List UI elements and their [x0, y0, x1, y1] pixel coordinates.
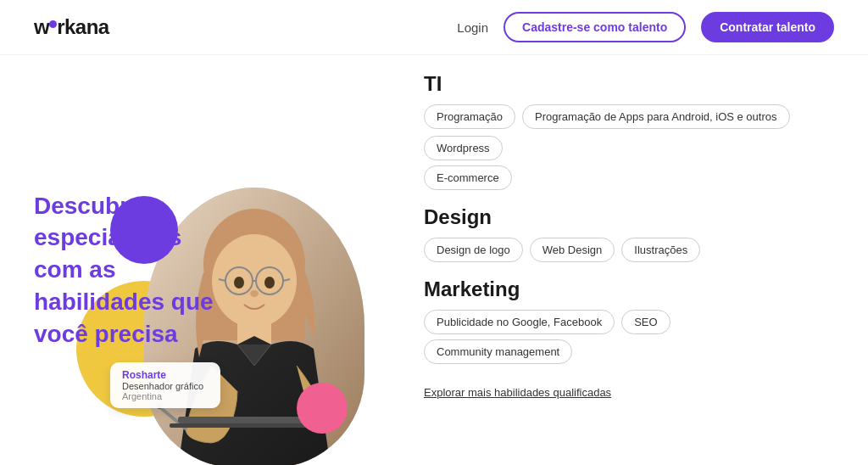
category-ti: TI Programação Programação de Apps para …: [424, 72, 834, 190]
tag-ilustracoes[interactable]: Ilustrações: [621, 238, 700, 262]
tag-publicidade[interactable]: Publicidade no Google, Facebook: [424, 310, 615, 334]
profile-name: Rosharte: [122, 369, 209, 381]
tag-apps[interactable]: Programação de Apps para Android, iOS e …: [522, 104, 789, 129]
profile-card: Rosharte Desenhador gráfico Argentina: [110, 362, 220, 408]
right-panel: TI Programação Programação de Apps para …: [424, 55, 834, 465]
main-content: Descubra especialistas com as habilidade…: [0, 55, 868, 465]
tag-seo[interactable]: SEO: [621, 310, 670, 334]
ti-tags-row-2: E-commerce: [424, 165, 834, 190]
logo-dot: [49, 20, 57, 28]
circle-pink: [297, 383, 348, 434]
svg-rect-15: [178, 417, 314, 423]
svg-point-10: [264, 277, 275, 289]
tag-programacao[interactable]: Programação: [424, 104, 515, 129]
design-tags-row: Design de logo Web Design Ilustrações: [424, 238, 834, 262]
tag-community-management[interactable]: Community management: [424, 339, 572, 364]
category-design-title: Design: [424, 205, 834, 229]
profile-country: Argentina: [122, 391, 209, 401]
svg-point-11: [250, 290, 259, 297]
category-marketing-title: Marketing: [424, 277, 834, 301]
profile-role: Desenhador gráfico: [122, 381, 209, 391]
signup-button[interactable]: Cadastre-se como talento: [504, 12, 686, 42]
category-design: Design Design de logo Web Design Ilustra…: [424, 205, 834, 262]
tag-wordpress[interactable]: Wordpress: [424, 136, 503, 160]
tag-design-logo[interactable]: Design de logo: [424, 238, 523, 262]
login-button[interactable]: Login: [457, 20, 488, 35]
marketing-tags-row: Publicidade no Google, Facebook SEO: [424, 310, 834, 334]
category-ti-title: TI: [424, 72, 834, 96]
svg-point-9: [234, 277, 244, 289]
header-nav: Login Cadastre-se como talento Contratar…: [457, 12, 834, 42]
hire-button[interactable]: Contratar talento: [701, 12, 834, 42]
category-marketing: Marketing Publicidade no Google, Faceboo…: [424, 277, 834, 364]
tag-web-design[interactable]: Web Design: [530, 238, 615, 262]
explore-link[interactable]: Explorar mais habilidades qualificadas: [424, 386, 611, 399]
svg-rect-16: [170, 423, 322, 428]
logo: wrkana: [34, 15, 109, 39]
left-panel: Descubra especialistas com as habilidade…: [34, 55, 390, 465]
tag-ecommerce[interactable]: E-commerce: [424, 165, 512, 190]
marketing-tags-row-2: Community management: [424, 339, 834, 364]
hero-title: Descubra especialistas com as habilidade…: [34, 190, 220, 350]
header: wrkana Login Cadastre-se como talento Co…: [0, 0, 868, 55]
ti-tags-row: Programação Programação de Apps para And…: [424, 104, 834, 160]
